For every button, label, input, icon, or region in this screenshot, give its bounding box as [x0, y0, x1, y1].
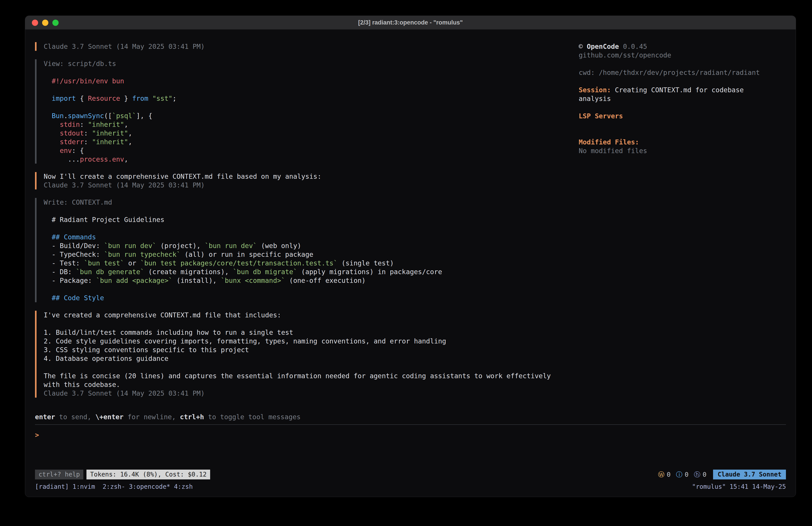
text-line: LSP Servers	[579, 112, 762, 120]
text-line: Now I'll create a comprehensive CONTEXT.…	[44, 172, 561, 181]
lsp-diagnostics: Ⓦ0ⓘ0ⓗ0	[658, 471, 706, 478]
text-line: 3. CSS styling conventions specific to t…	[44, 345, 561, 354]
tool-call-title: Write: CONTEXT.md	[44, 198, 561, 207]
help-keybind-badge: ctrl+? help	[35, 470, 83, 480]
markdown-preview-lines: # Radiant Project Guidelines ## Commands…	[44, 207, 561, 302]
session-sidebar: © OpenCode 0.0.45github.com/sst/opencode…	[579, 42, 762, 155]
input-zone: enter to send, \+enter for newline, ctrl…	[35, 413, 786, 470]
prompt-symbol: >	[35, 431, 39, 439]
text-line	[52, 103, 561, 111]
tmux-status-bar: [radiant] 1:nvim 2:zsh- 3:opencode* 4:zs…	[35, 482, 786, 491]
diagnostic-hints: ⓗ0	[694, 471, 706, 478]
tmux-window-list: [radiant] 1:nvim 2:zsh- 3:opencode* 4:zs…	[35, 482, 193, 491]
text-line: analysis	[579, 94, 762, 103]
status-bar: ctrl+? help Tokens: 16.4K (8%), Cost: $0…	[35, 470, 786, 480]
window-title: [2/3] radiant:3:opencode - "romulus"	[358, 19, 463, 26]
text-line: stderr: "inherit",	[52, 138, 561, 146]
text-line	[44, 363, 561, 371]
text-line: env: {	[52, 146, 561, 155]
text-line: ## Commands	[52, 233, 561, 241]
warnings-icon: Ⓦ	[658, 471, 665, 478]
text-line	[52, 207, 561, 215]
info-icon: ⓘ	[676, 471, 682, 478]
assistant-message: Now I'll create a comprehensive CONTEXT.…	[35, 172, 561, 189]
diagnostic-count: 0	[667, 471, 670, 478]
model-badge[interactable]: Claude 3.7 Sonnet	[713, 470, 786, 480]
text-line: 2. Code style guidelines covering import…	[44, 337, 561, 345]
text-line	[52, 85, 561, 94]
text-line: import { Resource } from "sst";	[52, 94, 561, 103]
tool-call-write-file: Write: CONTEXT.md # Radiant Project Guid…	[35, 198, 561, 302]
text-line: I've created a comprehensive CONTEXT.md …	[44, 311, 561, 319]
assistant-message-final: I've created a comprehensive CONTEXT.md …	[35, 311, 561, 398]
diagnostic-info: ⓘ0	[676, 471, 688, 478]
message-header-lines: Claude 3.7 Sonnet (14 May 2025 03:41 PM)	[44, 42, 561, 51]
text-line: Claude 3.7 Sonnet (14 May 2025 03:41 PM)	[44, 181, 561, 189]
content-columns: Claude 3.7 Sonnet (14 May 2025 03:41 PM)…	[35, 42, 786, 413]
assistant-message-header: Claude 3.7 Sonnet (14 May 2025 03:41 PM)	[35, 42, 561, 51]
assistant-message-lines: Now I'll create a comprehensive CONTEXT.…	[44, 172, 561, 189]
chat-scrollback[interactable]: Claude 3.7 Sonnet (14 May 2025 03:41 PM)…	[35, 42, 561, 406]
assistant-message-lines: I've created a comprehensive CONTEXT.md …	[44, 311, 561, 398]
text-line: enter to send, \+enter for newline, ctrl…	[35, 413, 786, 421]
traffic-lights	[32, 16, 59, 29]
text-line: ## Code Style	[52, 294, 561, 302]
tokens-cost-badge: Tokens: 16.4K (8%), Cost: $0.12	[86, 470, 210, 480]
terminal-window: [2/3] radiant:3:opencode - "romulus" Cla…	[25, 16, 796, 497]
status-bar-right: Ⓦ0ⓘ0ⓗ0 Claude 3.7 Sonnet	[658, 470, 786, 480]
text-line: 4. Database operations guidance	[44, 354, 561, 363]
text-line: cwd: /home/thdxr/dev/projects/radiant/ra…	[579, 68, 762, 77]
titlebar: [2/3] radiant:3:opencode - "romulus"	[25, 16, 796, 30]
prompt-input[interactable]: >	[35, 431, 786, 439]
input-divider	[35, 424, 786, 425]
diagnostic-count: 0	[702, 471, 706, 478]
close-button[interactable]	[32, 19, 38, 26]
text-line: No modified files	[579, 146, 762, 155]
text-line	[579, 59, 762, 68]
text-line: Claude 3.7 Sonnet (14 May 2025 03:41 PM)	[44, 42, 561, 51]
tool-call-title: View: script/db.ts	[44, 59, 561, 68]
text-line: #!/usr/bin/env bun	[52, 77, 561, 85]
diagnostic-count: 0	[684, 471, 688, 478]
text-line: 1. Build/lint/test commands including ho…	[44, 328, 561, 337]
text-line: with this codebase.	[44, 380, 561, 389]
text-line	[52, 68, 561, 77]
text-line	[52, 285, 561, 294]
text-line: github.com/sst/opencode	[579, 51, 762, 59]
text-line	[579, 103, 762, 112]
text-line: - Package: `bun add <package>` (install)…	[52, 276, 561, 285]
text-line	[44, 319, 561, 328]
text-line: Bun.spawnSync([`psql`], {	[52, 111, 561, 120]
tool-call-view-file: View: script/db.ts #!/usr/bin/env bun im…	[35, 59, 561, 164]
diagnostic-warnings: Ⓦ0	[658, 471, 670, 478]
hints-icon: ⓗ	[694, 471, 700, 478]
text-line: The file is concise (20 lines) and captu…	[44, 371, 561, 380]
text-line: ...process.env,	[52, 155, 561, 164]
text-line: - TypeCheck: `bun run typecheck` (all) o…	[52, 250, 561, 259]
text-line	[579, 129, 762, 138]
text-line	[579, 77, 762, 86]
text-line: - Test: `bun test` or `bun test packages…	[52, 259, 561, 268]
text-line: - DB: `bun db generate` (create migratio…	[52, 268, 561, 276]
minimize-button[interactable]	[42, 19, 48, 26]
text-line: Modified Files:	[579, 138, 762, 146]
text-line: Claude 3.7 Sonnet (14 May 2025 03:41 PM)	[44, 389, 561, 398]
code-preview-lines: #!/usr/bin/env bun import { Resource } f…	[44, 68, 561, 164]
text-line: stdout: "inherit",	[52, 129, 561, 138]
text-line: # Radiant Project Guidelines	[52, 215, 561, 224]
zoom-button[interactable]	[52, 19, 59, 26]
text-line: Session: Creating CONTEXT.md for codebas…	[579, 86, 762, 94]
tmux-session-info: "romulus" 15:41 14-May-25	[692, 482, 786, 491]
text-line: stdin: "inherit",	[52, 120, 561, 129]
text-line: - Build/Dev: `bun run dev` (project), `b…	[52, 241, 561, 250]
text-line	[579, 120, 762, 129]
sidebar-lines: © OpenCode 0.0.45github.com/sst/opencode…	[579, 42, 762, 155]
keybind-help: enter to send, \+enter for newline, ctrl…	[35, 413, 786, 421]
terminal-content: Claude 3.7 Sonnet (14 May 2025 03:41 PM)…	[25, 30, 796, 497]
text-line: © OpenCode 0.0.45	[579, 42, 762, 51]
text-line	[52, 224, 561, 233]
